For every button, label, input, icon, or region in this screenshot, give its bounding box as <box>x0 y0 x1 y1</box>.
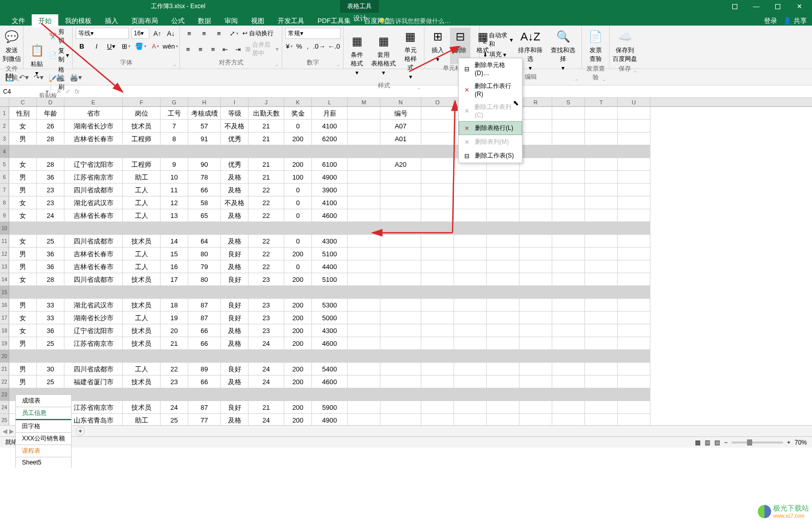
cell[interactable] <box>487 337 520 350</box>
cell[interactable]: 及格 <box>221 184 249 196</box>
cell[interactable] <box>585 184 618 196</box>
header-cell[interactable]: 岗位 <box>123 107 161 120</box>
cell[interactable] <box>552 171 585 184</box>
cell[interactable]: 0 <box>284 184 312 196</box>
cell[interactable] <box>380 299 421 312</box>
table-row[interactable]: 4 <box>0 145 812 158</box>
tab-design[interactable]: 设计 <box>347 11 373 26</box>
cell[interactable]: 65 <box>188 209 221 222</box>
sheet-tab-Sheet5[interactable]: Sheet5 <box>15 457 72 468</box>
cell[interactable]: 男 <box>9 132 37 145</box>
cell[interactable] <box>380 312 421 324</box>
cell[interactable]: 80 <box>188 248 221 260</box>
cell[interactable]: 200 <box>284 324 312 337</box>
print-icon[interactable]: 🖨️▾ <box>70 73 82 81</box>
cell[interactable]: 30 <box>37 363 64 375</box>
cell[interactable]: 33 <box>37 299 64 312</box>
table-row[interactable]: 21男30四川省成都市工人2289良好242005400 <box>0 363 812 375</box>
delete-table-rows-item[interactable]: ✕删除表格行(L) <box>459 121 522 135</box>
cell[interactable]: 87 <box>188 299 221 312</box>
cell[interactable] <box>487 414 520 425</box>
cell[interactable]: 57 <box>188 120 221 132</box>
cell[interactable]: 33 <box>37 312 64 324</box>
cell[interactable]: 工人 <box>123 184 161 196</box>
cell[interactable] <box>64 388 123 401</box>
cell[interactable] <box>520 145 552 158</box>
cell[interactable] <box>421 209 454 222</box>
cell[interactable] <box>312 350 348 363</box>
cell[interactable] <box>348 286 380 299</box>
cell[interactable]: 21 <box>249 171 284 184</box>
cell[interactable] <box>552 299 585 312</box>
cell[interactable] <box>520 324 552 337</box>
cell[interactable] <box>552 414 585 425</box>
cell[interactable] <box>348 171 380 184</box>
cell[interactable]: A07 <box>380 120 421 132</box>
col-header-D[interactable]: D <box>37 98 64 106</box>
col-header-T[interactable]: T <box>585 98 618 106</box>
cell[interactable] <box>520 184 552 196</box>
cell[interactable] <box>585 350 618 363</box>
cell[interactable] <box>520 350 552 363</box>
row-header-20[interactable]: 20 <box>0 350 9 363</box>
zoom-level[interactable]: 70% <box>795 439 807 446</box>
cell[interactable]: 男 <box>9 248 37 260</box>
cell[interactable] <box>188 286 221 299</box>
cell[interactable]: 10 <box>161 171 188 184</box>
cell[interactable]: 22 <box>249 209 284 222</box>
cell[interactable] <box>380 401 421 414</box>
cell[interactable]: 4600 <box>312 375 348 388</box>
indent-right-icon[interactable]: ⇥ <box>233 43 243 55</box>
cell[interactable] <box>312 286 348 299</box>
header-cell[interactable] <box>520 107 552 120</box>
cell[interactable]: 200 <box>284 337 312 350</box>
cell[interactable] <box>618 120 650 132</box>
cell[interactable] <box>585 235 618 248</box>
cell[interactable]: 80 <box>188 273 221 286</box>
cell[interactable] <box>348 414 380 425</box>
row-header-6[interactable]: 6 <box>0 171 9 184</box>
select-all-corner[interactable] <box>0 98 9 106</box>
cell[interactable]: 22 <box>249 248 284 260</box>
tab-我的模板[interactable]: 我的模板 <box>58 14 98 27</box>
cell[interactable] <box>161 350 188 363</box>
cell[interactable] <box>161 145 188 158</box>
cell[interactable]: 女 <box>9 273 37 286</box>
cell[interactable] <box>585 132 618 145</box>
table-row[interactable]: 19男25江苏省南京市技术员2166及格242004600 <box>0 337 812 350</box>
cell[interactable] <box>552 235 585 248</box>
cell[interactable] <box>618 248 650 260</box>
cell[interactable] <box>348 145 380 158</box>
cell[interactable]: 男 <box>9 299 37 312</box>
cell[interactable]: 工程师 <box>123 132 161 145</box>
cell[interactable]: 3900 <box>312 184 348 196</box>
cell[interactable]: 21 <box>249 401 284 414</box>
cell[interactable] <box>552 324 585 337</box>
cell[interactable]: 11 <box>161 184 188 196</box>
print-preview-icon[interactable]: 🖨️ <box>56 73 64 81</box>
decrease-font-icon[interactable]: A↓ <box>165 28 176 39</box>
cell[interactable] <box>188 222 221 235</box>
cell[interactable] <box>618 184 650 196</box>
cell[interactable] <box>380 222 421 235</box>
cell[interactable] <box>421 171 454 184</box>
cell[interactable] <box>585 145 618 158</box>
cell[interactable]: 山东省青岛市 <box>64 414 123 425</box>
cell[interactable] <box>249 350 284 363</box>
cell[interactable]: 湖南省长沙市 <box>64 312 123 324</box>
row-header-16[interactable]: 16 <box>0 299 9 312</box>
cell[interactable]: 不及格 <box>221 120 249 132</box>
cell[interactable] <box>585 401 618 414</box>
cell[interactable] <box>520 286 552 299</box>
cell[interactable]: 22 <box>249 196 284 209</box>
cell[interactable]: 5900 <box>312 401 348 414</box>
cell[interactable] <box>64 222 123 235</box>
cell[interactable] <box>284 388 312 401</box>
cell[interactable] <box>188 350 221 363</box>
cell[interactable]: 及格 <box>221 209 249 222</box>
cell[interactable]: 18 <box>161 299 188 312</box>
cell[interactable]: 87 <box>188 312 221 324</box>
cell[interactable] <box>552 375 585 388</box>
cell[interactable]: 良好 <box>221 312 249 324</box>
cell[interactable]: 36 <box>37 324 64 337</box>
